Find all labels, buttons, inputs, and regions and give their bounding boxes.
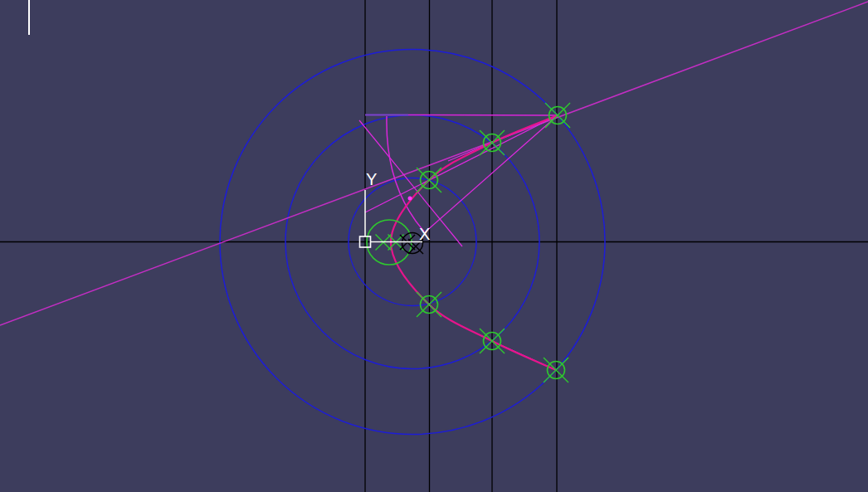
green-point-marker-1[interactable] <box>545 103 570 128</box>
magenta-highlight-dot[interactable] <box>408 197 412 201</box>
magenta-horizontal-line[interactable] <box>408 115 558 116</box>
green-point-marker-4[interactable] <box>417 292 441 317</box>
x-axis-label: X <box>419 225 430 243</box>
crimson-profile-spline[interactable] <box>391 115 558 370</box>
sketch-geometry-layer <box>0 0 868 492</box>
green-point-marker-2[interactable] <box>480 130 505 155</box>
y-axis-label: Y <box>366 170 377 188</box>
cad-sketch-viewport: Y X <box>0 0 868 492</box>
green-point-marker-6[interactable] <box>544 358 568 382</box>
green-point-marker-5[interactable] <box>480 329 505 353</box>
magenta-fan-line-middle[interactable] <box>365 115 558 212</box>
green-point-marker-3[interactable] <box>417 168 441 192</box>
magenta-fan-line-to-center[interactable] <box>425 115 558 232</box>
